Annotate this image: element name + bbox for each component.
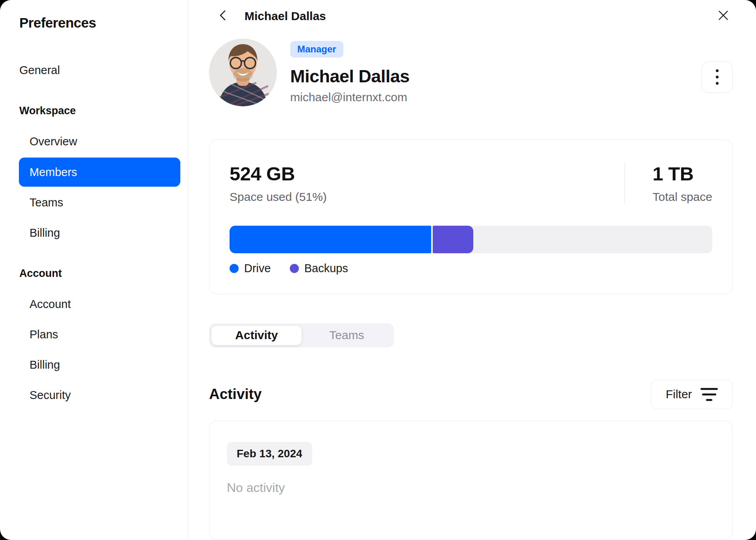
- usage-segment-backups: [433, 226, 473, 253]
- sidebar-title: Preferences: [19, 15, 188, 31]
- storage-usage-bar: [230, 226, 712, 253]
- member-email: michael@internxt.com: [290, 91, 410, 104]
- detail-tabs: Activity Teams: [209, 323, 394, 347]
- tab-activity[interactable]: Activity: [211, 326, 302, 345]
- backups-legend-dot: [290, 264, 299, 273]
- activity-heading: Activity: [209, 386, 262, 403]
- tab-teams[interactable]: Teams: [302, 326, 392, 345]
- activity-empty-text: No activity: [227, 481, 715, 495]
- filter-icon: [700, 388, 718, 401]
- member-detail-title: Michael Dallas: [245, 9, 326, 23]
- total-space-value: 1 TB: [652, 163, 712, 185]
- activity-section-header: Activity Filter: [209, 380, 733, 409]
- member-options-button[interactable]: [701, 61, 733, 93]
- kebab-menu-icon: [716, 69, 719, 72]
- drive-legend-label: Drive: [244, 262, 271, 275]
- drive-legend-dot: [230, 264, 239, 273]
- sidebar-item-security[interactable]: Security: [19, 380, 188, 410]
- legend-entry-drive: Drive: [230, 262, 271, 275]
- legend-entry-backups: Backups: [290, 262, 348, 275]
- sidebar-item-teams[interactable]: Teams: [19, 187, 188, 218]
- sidebar-item-billing-account[interactable]: Billing: [19, 350, 188, 380]
- back-button[interactable]: [214, 7, 233, 26]
- sidebar-item-billing-workspace[interactable]: Billing: [19, 218, 188, 248]
- space-used-value: 524 GB: [230, 163, 471, 185]
- member-profile-row: Manager Michael Dallas michael@internxt.…: [209, 39, 733, 106]
- storage-usage-card: 524 GB Space used (51%) 1 TB Total space…: [209, 139, 733, 294]
- sidebar-item-members[interactable]: Members: [19, 158, 180, 187]
- filter-button[interactable]: Filter: [651, 380, 733, 409]
- storage-stats: 524 GB Space used (51%) 1 TB Total space: [230, 163, 712, 204]
- sidebar-item-plans[interactable]: Plans: [19, 319, 188, 350]
- sidebar-item-overview[interactable]: Overview: [19, 126, 188, 157]
- close-icon: [716, 8, 730, 24]
- member-name: Michael Dallas: [290, 66, 410, 87]
- usage-segment-drive: [230, 226, 431, 253]
- space-used-stat: 524 GB Space used (51%): [230, 163, 471, 204]
- sidebar: Preferences General Workspace Overview M…: [0, 0, 188, 540]
- total-space-stat: 1 TB Total space: [652, 163, 712, 204]
- member-detail-panel: Michael Dallas: [188, 0, 756, 540]
- member-detail-header: Michael Dallas: [209, 0, 733, 32]
- back-chevron-icon: [217, 9, 230, 23]
- backups-legend-label: Backups: [304, 262, 348, 275]
- filter-button-label: Filter: [666, 388, 692, 401]
- role-badge: Manager: [290, 41, 343, 58]
- sidebar-section-workspace: Workspace: [19, 95, 188, 126]
- close-button[interactable]: [714, 7, 733, 26]
- usage-legend: Drive Backups: [230, 262, 712, 275]
- stat-divider: [624, 163, 625, 204]
- activity-log-card: Feb 13, 2024 No activity: [209, 421, 733, 540]
- total-space-label: Total space: [652, 190, 712, 204]
- preferences-modal: Preferences General Workspace Overview M…: [0, 0, 756, 540]
- member-identity: Manager Michael Dallas michael@internxt.…: [290, 39, 410, 106]
- sidebar-item-general[interactable]: General: [19, 55, 188, 85]
- activity-date-chip: Feb 13, 2024: [227, 442, 312, 466]
- sidebar-section-account: Account: [19, 258, 188, 289]
- sidebar-item-account[interactable]: Account: [19, 289, 188, 319]
- space-used-label: Space used (51%): [230, 190, 471, 204]
- sidebar-nav: General Workspace Overview Members Teams…: [19, 55, 188, 410]
- avatar: [209, 39, 277, 106]
